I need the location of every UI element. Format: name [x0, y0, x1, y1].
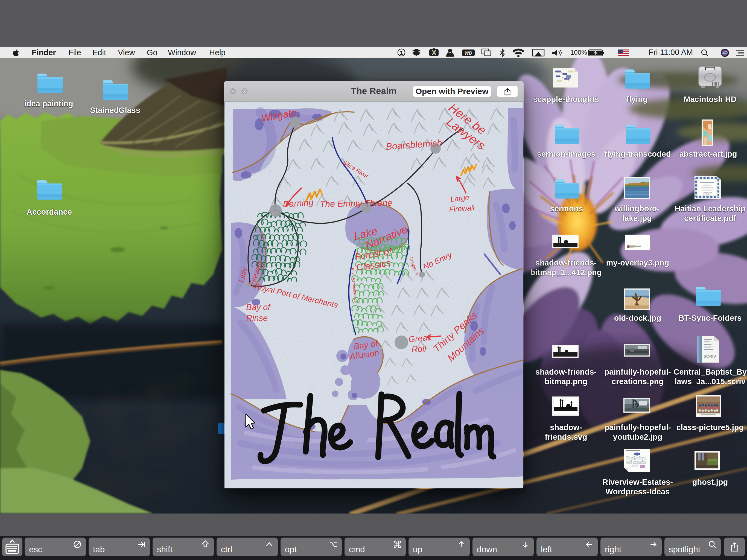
svg-text:The Empty Throne: The Empty Throne [319, 198, 392, 209]
svg-text:SCRIV: SCRIV [703, 354, 716, 358]
svg-text:Roll: Roll [412, 344, 427, 354]
svg-text:Bay of: Bay of [246, 302, 271, 312]
svg-text:Rinse: Rinse [246, 313, 268, 323]
svg-text:⌘: ⌘ [431, 50, 437, 56]
svg-text:Fri 11:00 AM: Fri 11:00 AM [649, 48, 693, 57]
svg-text:100%: 100% [570, 49, 587, 56]
svg-text:PDF: PDF [703, 192, 712, 196]
svg-text:WD: WD [465, 51, 472, 56]
svg-text:1: 1 [400, 50, 403, 56]
